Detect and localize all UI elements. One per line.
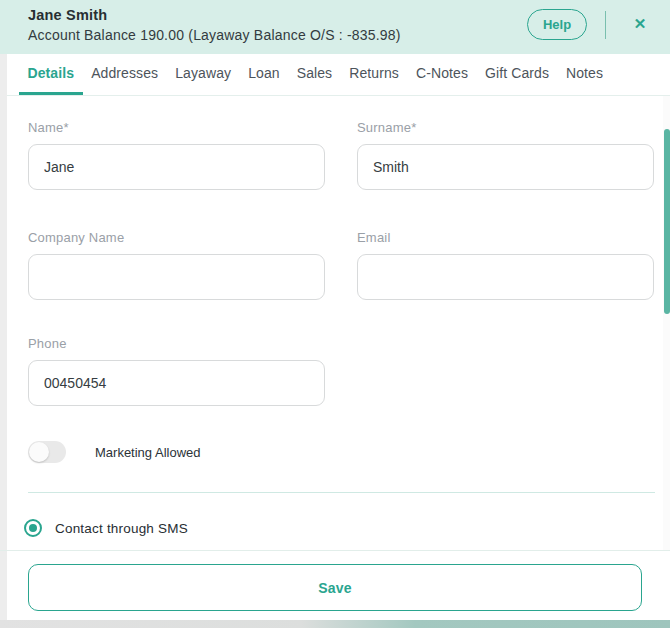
marketing-toggle-row: Marketing Allowed [28,440,201,464]
phone-input[interactable] [28,360,325,406]
name-input[interactable] [28,144,325,190]
background-left-edge [0,54,7,620]
details-form: Name* Surname* Company Name Email Phone … [7,96,664,550]
modal-header: Jane Smith Account Balance 190.00 (Layaw… [0,0,670,54]
tab-sales[interactable]: Sales [288,54,341,95]
tab-cnotes[interactable]: C-Notes [407,54,476,95]
tab-returns[interactable]: Returns [341,54,408,95]
company-name-label: Company Name [28,230,325,245]
tab-gift-cards[interactable]: Gift Cards [477,54,558,95]
tab-addresses[interactable]: Addresses [83,54,167,95]
marketing-allowed-label: Marketing Allowed [95,445,201,460]
customer-name: Jane Smith [28,7,107,23]
marketing-allowed-toggle[interactable] [28,441,66,463]
tab-layaway[interactable]: Layaway [167,54,240,95]
tab-details[interactable]: Details [19,54,83,95]
tab-notes[interactable]: Notes [558,54,612,95]
surname-field-group: Surname* [357,120,654,190]
surname-label: Surname* [357,120,654,135]
contact-sms-radio[interactable] [24,519,42,537]
help-button[interactable]: Help [527,9,587,40]
radio-selected-dot [29,524,37,532]
header-divider [605,11,606,39]
contact-sms-label: Contact through SMS [55,521,188,536]
scrollbar-thumb[interactable] [664,129,670,314]
surname-input[interactable] [357,144,654,190]
tab-loan[interactable]: Loan [240,54,289,95]
customer-details-modal: Jane Smith Account Balance 190.00 (Layaw… [0,0,670,628]
section-divider [28,492,655,493]
name-field-group: Name* [28,120,325,190]
name-label: Name* [28,120,325,135]
company-field-group: Company Name [28,230,325,300]
contact-sms-row: Contact through SMS [24,518,188,538]
account-balance-text: Account Balance 190.00 (Layaway Balance … [28,27,401,43]
phone-field-group: Phone [28,336,325,406]
toggle-knob [29,442,49,462]
tab-bar: Details Addresses Layaway Loan Sales Ret… [7,54,670,96]
email-input[interactable] [357,254,654,300]
close-icon[interactable]: ✕ [626,10,654,38]
email-field-group: Email [357,230,654,300]
company-name-input[interactable] [28,254,325,300]
footer-divider [0,550,670,551]
background-bottom-edge [0,620,670,628]
email-label: Email [357,230,654,245]
phone-label: Phone [28,336,325,351]
save-button[interactable]: Save [28,564,642,611]
